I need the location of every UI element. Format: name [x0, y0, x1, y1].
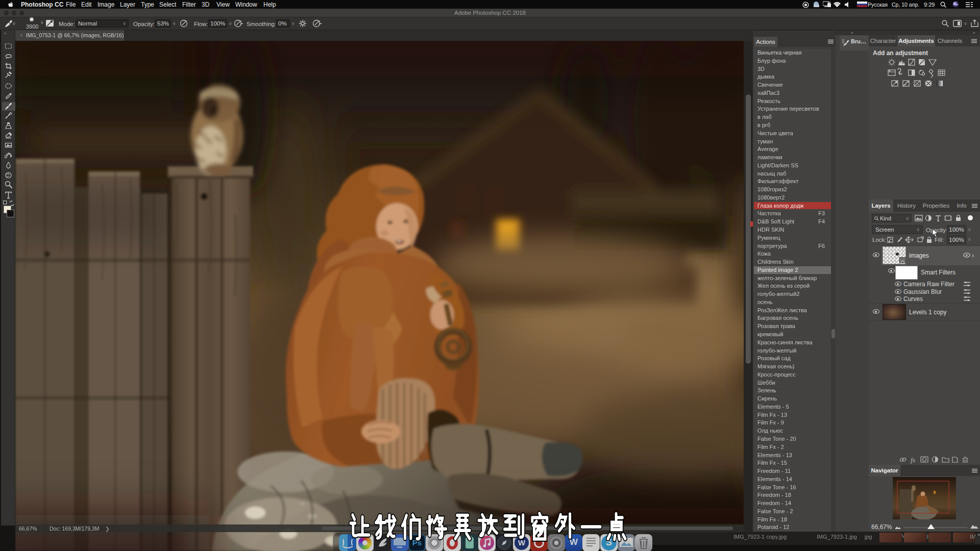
svg-text:fx: fx — [911, 456, 916, 464]
